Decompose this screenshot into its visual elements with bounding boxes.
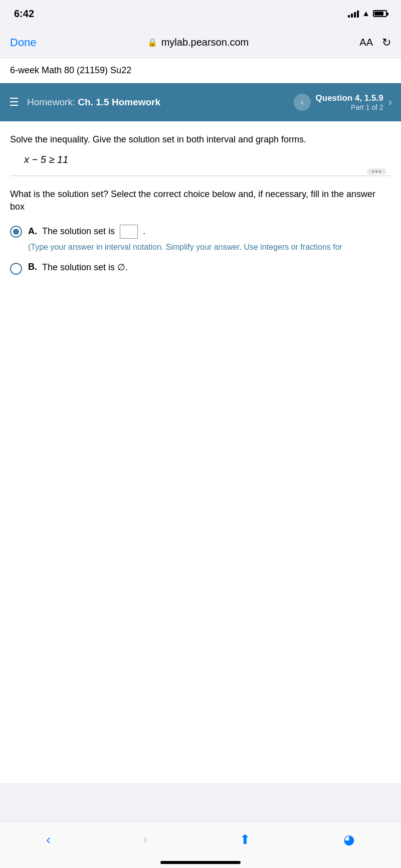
math-expression: x − 5 ≥ 11 (24, 154, 391, 165)
answer-input-box[interactable] (120, 225, 138, 239)
status-bar: 6:42 ▲ (0, 0, 401, 27)
period: . (143, 226, 145, 237)
battery-icon (373, 10, 387, 17)
scroll-indicator (367, 168, 386, 175)
text-size-button[interactable]: AA (359, 37, 373, 48)
forward-nav-icon: › (143, 832, 147, 847)
question-prompt: What is the solution set? Select the cor… (10, 188, 391, 213)
forward-nav-button[interactable]: › (133, 827, 157, 852)
question-part: Part 1 of 2 (316, 103, 383, 111)
header-right: ‹ Question 4, 1.5.9 Part 1 of 2 › (294, 93, 392, 111)
homework-label: Homework: Ch. 1.5 Homework (27, 97, 160, 108)
option-a-hint: (Type your answer in interval notation. … (28, 242, 391, 253)
option-b-label: B. (28, 262, 37, 272)
back-nav-button[interactable]: ‹ (36, 827, 61, 852)
browser-bar: Done 🔒 mylab.pearson.com AA ↻ (0, 27, 401, 58)
question-number: Question 4, 1.5.9 (316, 93, 383, 103)
question-info: Question 4, 1.5.9 Part 1 of 2 (316, 93, 383, 111)
chevron-left-icon: ‹ (301, 98, 303, 107)
option-b-text: B. The solution set is ∅. (28, 262, 391, 273)
done-button[interactable]: Done (10, 36, 37, 49)
option-a-row: A. The solution set is . (Type your answ… (10, 225, 391, 253)
option-b-radio[interactable] (10, 263, 22, 275)
option-a-label: A. (28, 226, 37, 237)
status-time: 6:42 (14, 8, 34, 20)
status-icons: ▲ (348, 9, 387, 18)
url-text: mylab.pearson.com (161, 37, 249, 48)
compass-button[interactable]: ◕ (333, 827, 365, 852)
browser-actions: AA ↻ (359, 36, 391, 49)
back-nav-icon: ‹ (46, 832, 51, 847)
option-b-description: The solution set is ∅. (42, 262, 128, 273)
option-b-row: B. The solution set is ∅. (10, 262, 391, 275)
menu-icon[interactable]: ☰ (9, 96, 19, 109)
option-a-radio[interactable] (10, 226, 22, 238)
lock-icon: 🔒 (147, 38, 157, 47)
course-title: 6-week Math 80 (21159) Su22 (10, 65, 131, 75)
chevron-right-icon: › (388, 96, 392, 109)
homework-header: ☰ Homework: Ch. 1.5 Homework ‹ Question … (0, 83, 401, 121)
home-indicator (160, 861, 241, 864)
wifi-icon: ▲ (362, 9, 370, 18)
option-a-description: The solution set is (42, 226, 115, 237)
url-bar: 🔒 mylab.pearson.com (147, 37, 249, 48)
problem-instruction: Solve the inequality. Give the solution … (10, 133, 391, 146)
option-a-text: A. The solution set is . (28, 225, 391, 239)
prev-question-button[interactable]: ‹ (294, 94, 311, 111)
header-left: ☰ Homework: Ch. 1.5 Homework (9, 96, 160, 109)
signal-icon (348, 10, 359, 18)
refresh-button[interactable]: ↻ (382, 36, 391, 49)
homework-name: Ch. 1.5 Homework (78, 97, 160, 107)
share-button[interactable]: ⬆ (230, 827, 261, 852)
option-b-content: B. The solution set is ∅. (28, 262, 391, 273)
homework-prefix: Homework: (27, 97, 78, 107)
share-icon: ⬆ (240, 832, 251, 847)
answer-options: A. The solution set is . (Type your answ… (10, 225, 391, 275)
divider (10, 176, 391, 176)
option-a-content: A. The solution set is . (Type your answ… (28, 225, 391, 253)
compass-icon: ◕ (343, 832, 355, 847)
main-content: Solve the inequality. Give the solution … (0, 121, 401, 783)
course-bar: 6-week Math 80 (21159) Su22 (0, 58, 401, 83)
